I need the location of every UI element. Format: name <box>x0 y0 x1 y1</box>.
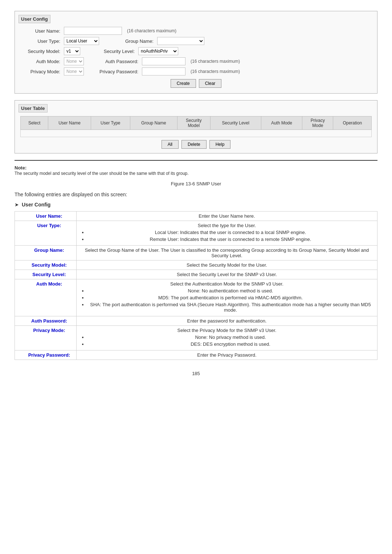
field-groupname-desc: Select the Group Name of the User. The U… <box>77 246 377 260</box>
bullet-none-auth: None: No authentication method is used. <box>87 288 373 294</box>
field-privmode-name: Privacy Mode: <box>15 326 77 350</box>
col-authmode: Auth Mode <box>261 116 302 130</box>
bullet-localuser: Local User: Indicates that the user is c… <box>87 230 373 235</box>
table-buttons: All Delete Help <box>20 140 372 149</box>
seclevel-label: Security Level: <box>95 49 135 54</box>
empty-row <box>21 130 372 137</box>
authmode-select[interactable]: None MD5 SHA <box>64 57 84 65</box>
username-row: User Name: (16 characters maximum) <box>20 27 372 35</box>
bullet-sha: SHA: The port authentication is performe… <box>87 302 373 313</box>
col-usertype: User Type <box>91 116 130 130</box>
field-groupname-name: Group Name: <box>15 246 77 260</box>
field-authpw-name: Auth Password: <box>15 316 77 326</box>
field-privmode-desc: Select the Privacy Mode for the SNMP v3 … <box>77 326 377 350</box>
field-privpw-name: Privacy Password: <box>15 350 77 360</box>
secmodel-label: Security Model: <box>20 49 60 54</box>
field-secmodel-name: Security Model: <box>15 260 77 270</box>
privpw-hint: (16 characters maximum) <box>191 69 240 74</box>
field-username-desc: Enter the User Name here. <box>77 212 377 221</box>
create-button[interactable]: Create <box>171 79 196 88</box>
clear-button[interactable]: Clear <box>199 79 222 88</box>
username-label: User Name: <box>20 28 60 34</box>
authpw-input[interactable] <box>142 57 185 65</box>
field-privmode: Privacy Mode: Select the Privacy Mode fo… <box>15 326 377 350</box>
field-secmodel: Security Model: Select the Security Mode… <box>15 260 377 270</box>
desc-intro: The following entries are displayed on t… <box>15 192 377 197</box>
bullet-none-priv: None: No privacy method is used. <box>87 335 373 340</box>
usertype-select[interactable]: Local User Remote User <box>64 37 99 45</box>
all-button[interactable]: All <box>162 140 179 149</box>
authpw-hint: (16 characters maximum) <box>191 59 240 64</box>
field-authmode-name: Auth Mode: <box>15 279 77 316</box>
col-operation: Operation <box>333 116 372 130</box>
note-section: Note: The security model and security le… <box>15 165 377 176</box>
bullet-md5: MD5: The port authentication is performe… <box>87 295 373 300</box>
section-title-userconfig: User Config <box>22 202 50 208</box>
section-divider <box>15 160 377 161</box>
field-username-name: User Name: <box>15 212 77 221</box>
usertype-label: User Type: <box>20 38 60 44</box>
secmodel-seclevel-row: Security Model: v1 v2c v3 Security Level… <box>20 47 372 55</box>
field-seclevel-name: Security Level: <box>15 270 77 279</box>
bullet-des: DES: DES encryption method is used. <box>87 341 373 347</box>
field-authpw: Auth Password: Enter the password for au… <box>15 316 377 326</box>
privmode-label: Privacy Mode: <box>20 69 60 74</box>
col-secmodel: SecurityModel <box>177 116 210 130</box>
delete-button[interactable]: Delete <box>181 140 207 149</box>
field-authmode: Auth Mode: Select the Authentication Mod… <box>15 279 377 316</box>
field-privpw: Privacy Password: Enter the Privacy Pass… <box>15 350 377 360</box>
field-secmodel-desc: Select the Security Model for the User. <box>77 260 377 270</box>
privpw-label: Privacy Password: <box>98 69 138 74</box>
privmode-bullets: None: No privacy method is used. DES: DE… <box>80 335 373 347</box>
usertype-groupname-row: User Type: Local User Remote User Group … <box>20 37 372 45</box>
field-authmode-desc: Select the Authentication Mode for the S… <box>77 279 377 316</box>
figure-caption: Figure 13-6 SNMP User <box>15 181 377 186</box>
field-seclevel: Security Level: Select the Security Leve… <box>15 270 377 279</box>
help-button[interactable]: Help <box>209 140 231 149</box>
field-usertype-desc: Select the type for the User. Local User… <box>77 221 377 246</box>
section-header-userconfig: ➤ User Config <box>15 202 377 208</box>
page-number: 185 <box>15 371 377 376</box>
col-privmode: PrivacyMode <box>302 116 333 130</box>
user-table: Select User Name User Type Group Name Se… <box>20 116 372 137</box>
user-config-section: User Config User Name: (16 characters ma… <box>15 11 377 94</box>
field-seclevel-desc: Select the Security Level for the SNMP v… <box>77 270 377 279</box>
arrow-icon: ➤ <box>15 202 19 208</box>
col-username: User Name <box>48 116 91 130</box>
usertype-bullets: Local User: Indicates that the user is c… <box>80 230 373 242</box>
username-input[interactable] <box>64 27 122 35</box>
col-seclevel: Security Level <box>210 116 261 130</box>
privpw-input[interactable] <box>142 67 185 75</box>
groupname-select[interactable] <box>157 37 204 45</box>
config-buttons: Create Clear <box>20 79 372 88</box>
note-label: Note: <box>15 165 26 171</box>
field-authpw-desc: Enter the password for authentication. <box>77 316 377 326</box>
user-table-title: User Table <box>19 104 48 112</box>
desc-table: User Name: Enter the User Name here. Use… <box>15 211 377 360</box>
secmodel-select[interactable]: v1 v2c v3 <box>64 47 80 55</box>
authmode-label: Auth Mode: <box>20 59 60 64</box>
user-config-title: User Config <box>19 15 50 23</box>
user-table-section: User Table Select User Name User Type Gr… <box>15 100 377 153</box>
authpw-label: Auth Password: <box>98 59 138 64</box>
field-usertype-name: User Type: <box>15 221 77 246</box>
bullet-remoteuser: Remote User: Indicates that the user is … <box>87 237 373 242</box>
groupname-label: Group Name: <box>114 38 154 44</box>
authmode-bullets: None: No authentication method is used. … <box>80 288 373 313</box>
col-select: Select <box>21 116 48 130</box>
note-text: The security model and security level of… <box>15 171 189 176</box>
privmode-select[interactable]: None DES <box>64 67 84 75</box>
field-username: User Name: Enter the User Name here. <box>15 212 377 221</box>
username-hint: (16 characters maximum) <box>127 28 176 33</box>
seclevel-select[interactable]: noAuthNoPriv authNoPriv authPriv <box>138 47 178 55</box>
field-usertype: User Type: Select the type for the User.… <box>15 221 377 246</box>
col-groupname: Group Name <box>130 116 177 130</box>
authmode-authpw-row: Auth Mode: None MD5 SHA Auth Password: (… <box>20 57 372 65</box>
field-privpw-desc: Enter the Privacy Password. <box>77 350 377 360</box>
privmode-privpw-row: Privacy Mode: None DES Privacy Password:… <box>20 67 372 75</box>
field-groupname: Group Name: Select the Group Name of the… <box>15 246 377 260</box>
